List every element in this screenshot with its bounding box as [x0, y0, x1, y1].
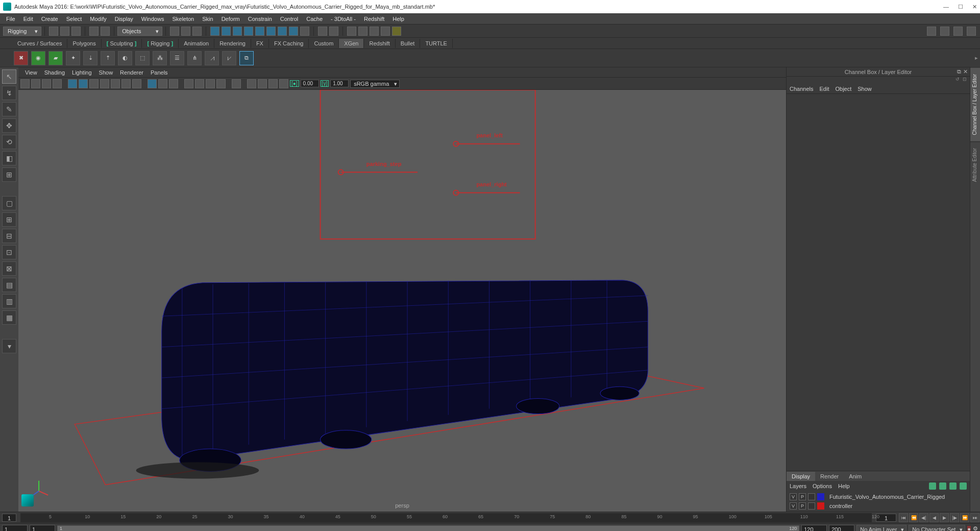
scale-tool[interactable]: ◧ [2, 151, 16, 165]
snap-curve-icon[interactable] [222, 27, 231, 36]
vp-icon[interactable] [247, 79, 256, 88]
menu-control[interactable]: Control [276, 16, 302, 22]
shelf-icon[interactable]: ⩘ [205, 51, 219, 65]
vp-menu-shading[interactable]: Shading [41, 69, 68, 76]
colorspace-dropdown[interactable]: sRGB gamma [350, 80, 400, 88]
minimize-button[interactable]: — [943, 4, 949, 10]
layer-vis-toggle[interactable]: V [790, 493, 797, 500]
time-slider[interactable]: 1 51015202530354045505560657075808590951… [0, 512, 980, 523]
layout-four-icon[interactable]: ⊞ [2, 212, 16, 227]
lasso-tool[interactable]: ↯ [2, 86, 16, 100]
range-end-field[interactable]: 200 [829, 525, 854, 532]
vp-menu-panels[interactable]: Panels [147, 69, 172, 76]
vp-icon[interactable] [121, 79, 131, 88]
gamma-field[interactable]: 1.00 [330, 80, 349, 87]
layer-menu-help[interactable]: Help [838, 483, 850, 489]
layer-button-icon[interactable] [939, 482, 946, 490]
menu-file[interactable]: File [2, 16, 19, 22]
toggle-panel-icon[interactable] [940, 27, 949, 36]
layer-button-icon[interactable] [929, 482, 936, 490]
shelf-icon[interactable]: ☰ [170, 51, 184, 65]
shelf-icon[interactable]: ▰ [48, 51, 63, 65]
vp-icon[interactable] [268, 79, 278, 88]
shelf-tab-animation[interactable]: Animation [179, 39, 214, 48]
layout-icon[interactable]: ⊠ [2, 261, 16, 276]
layer-tab-anim[interactable]: Anim [844, 472, 867, 481]
playback-end-field[interactable]: 120 [801, 525, 827, 532]
layer-row[interactable]: VPFuturistic_Volvo_Autonomous_Carrier_Ri… [787, 492, 970, 501]
layout-icon[interactable]: ▥ [2, 294, 16, 308]
menu-skeleton[interactable]: Skeleton [168, 16, 198, 22]
key-fwd-icon[interactable]: |▶ [950, 513, 959, 522]
layer-type-toggle[interactable]: P [799, 502, 806, 510]
menu-create[interactable]: Create [37, 16, 62, 22]
layer-tab-render[interactable]: Render [815, 472, 844, 481]
panel-close-icon[interactable]: ✕ [963, 68, 968, 75]
vp-shading-icon[interactable] [79, 79, 88, 88]
layer-extra-toggle[interactable] [808, 502, 815, 510]
shelf-icon[interactable]: ⋔ [187, 51, 202, 65]
shelf-tab-sculpting[interactable]: [ Sculpting ] [102, 39, 142, 48]
menu-cache[interactable]: Cache [302, 16, 327, 22]
panel-opt-icon[interactable]: ⊡ [963, 77, 967, 84]
snap-icon[interactable] [278, 27, 287, 36]
channel-menu-edit[interactable]: Edit [819, 86, 829, 92]
viewport-3d[interactable]: panel_left parking_step panel_right [18, 90, 786, 512]
autokey-icon[interactable]: ● [967, 526, 971, 532]
time-track[interactable]: 5101520253035404550556065707580859095100… [20, 513, 872, 522]
snap-view-icon[interactable] [266, 27, 276, 36]
panel-pop-icon[interactable]: ⧉ [957, 68, 961, 75]
shelf-icon[interactable]: ◉ [31, 51, 45, 65]
move-tool[interactable]: ✥ [2, 118, 16, 133]
side-tab-channel-box-layer-editor[interactable]: Channel Box / Layer Editor [970, 67, 980, 141]
shelf-scroll-icon[interactable]: ▸ [975, 55, 978, 61]
layer-type-toggle[interactable]: P [799, 493, 806, 500]
shelf-tab-rigging[interactable]: [ Rigging ] [142, 39, 179, 48]
shelf-icon[interactable]: ⩗ [222, 51, 236, 65]
redo-icon[interactable] [101, 27, 110, 36]
layer-button-icon[interactable] [960, 482, 967, 490]
play-fwd-icon[interactable]: ▶ [940, 513, 949, 522]
select-tool[interactable]: ↖ [2, 69, 16, 84]
snap-icon[interactable] [289, 27, 298, 36]
vp-icon[interactable] [42, 79, 51, 88]
snap-plane-icon[interactable] [244, 27, 253, 36]
snap-live-icon[interactable] [255, 27, 264, 36]
shelf-icon[interactable]: ✦ [66, 51, 80, 65]
selection-mode-dropdown[interactable]: Objects [117, 27, 162, 36]
layout-single-icon[interactable]: ▢ [2, 196, 16, 210]
menu-select[interactable]: Select [62, 16, 86, 22]
anim-layer-dropdown[interactable]: No Anim Layer [856, 525, 906, 532]
ipr-icon[interactable] [358, 27, 368, 36]
shelf-tab-bullet[interactable]: Bullet [396, 39, 421, 48]
close-button[interactable]: ✕ [972, 4, 977, 10]
menu-modify[interactable]: Modify [86, 16, 110, 22]
shelf-tab-fx-caching[interactable]: FX Caching [269, 39, 309, 48]
range-start-field[interactable]: 1 [2, 525, 28, 532]
layout-two-icon[interactable]: ⊟ [2, 229, 16, 243]
vp-icon[interactable] [279, 79, 288, 88]
layer-row[interactable]: VPcontroller [787, 501, 970, 511]
menu-windows[interactable]: Windows [137, 16, 168, 22]
undo-icon[interactable] [89, 27, 99, 36]
last-tool[interactable]: ⊞ [2, 167, 16, 182]
shelf-tab-curves-surfaces[interactable]: Curves / Surfaces [12, 39, 67, 48]
vp-icon[interactable] [258, 79, 267, 88]
layer-menu-layers[interactable]: Layers [790, 483, 806, 489]
layer-color-swatch[interactable] [817, 502, 824, 510]
shelf-icon[interactable]: ✖ [14, 51, 28, 65]
shelf-tab-redshift[interactable]: Redshift [364, 39, 395, 48]
character-set-dropdown[interactable]: No Character Set [909, 525, 965, 532]
playback-start-field[interactable]: 1 [30, 525, 55, 532]
vp-menu-renderer[interactable]: Renderer [116, 69, 147, 76]
menu-constrain[interactable]: Constrain [244, 16, 276, 22]
vp-shading-icon[interactable] [68, 79, 77, 88]
sel-mask-icon[interactable] [181, 27, 190, 36]
toggle-panel-icon[interactable] [953, 27, 963, 36]
go-end-icon[interactable]: ⏭ [970, 513, 979, 522]
channel-menu-show[interactable]: Show [857, 86, 872, 92]
sel-mask-icon[interactable] [192, 27, 202, 36]
layer-vis-toggle[interactable]: V [790, 502, 797, 510]
vp-menu-lighting[interactable]: Lighting [68, 69, 95, 76]
render-settings-icon[interactable] [370, 27, 379, 36]
